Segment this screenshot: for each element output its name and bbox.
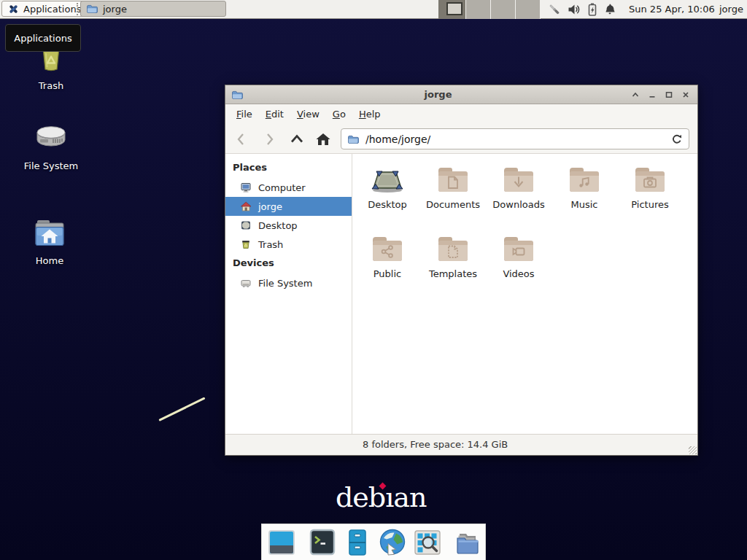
file-cabinet-icon[interactable] (343, 528, 372, 557)
debian-wordmark: debıan (336, 481, 426, 513)
desktop-icon-label: Home (36, 255, 63, 266)
debian-text-pre: deb (336, 481, 385, 513)
file-item-pictures[interactable]: Pictures (617, 160, 683, 229)
sidebar-item-trash[interactable]: Trash (225, 235, 352, 254)
sidebar-item-label: Trash (258, 239, 283, 250)
desktop-icon-file-system[interactable]: File System (16, 121, 86, 171)
sidebar-item-file-system[interactable]: File System (225, 273, 352, 292)
path-folder-icon (347, 133, 359, 145)
up-button[interactable] (288, 131, 306, 148)
close-button[interactable] (681, 90, 691, 100)
menu-file[interactable]: File (230, 109, 259, 120)
terminal-icon[interactable] (308, 528, 337, 557)
sidebar-header-devices: Devices (225, 254, 352, 273)
file-label: Desktop (368, 199, 407, 210)
bottom-dock (261, 524, 486, 560)
statusbar: 8 folders, Free space: 14.4 GiB (225, 434, 697, 455)
workspace-3[interactable] (491, 0, 516, 19)
menu-help[interactable]: Help (352, 109, 387, 120)
sidebar-item-label: jorge (258, 201, 282, 212)
file-item-templates[interactable]: Templates (420, 229, 486, 298)
file-item-videos[interactable]: Videos (486, 229, 551, 298)
web-browser-icon[interactable] (378, 528, 407, 557)
file-manager-window: jorge File Edit View Go Help (225, 85, 698, 456)
public-folder-icon (370, 229, 405, 265)
reload-button[interactable] (671, 133, 683, 145)
debian-text-i: ı (385, 481, 393, 513)
xfce-logo-icon (8, 4, 19, 15)
file-label: Pictures (631, 199, 668, 210)
panel-user-menu[interactable]: jorge (719, 0, 743, 19)
drive-icon (34, 121, 69, 156)
sidebar-item-computer[interactable]: Computer (225, 178, 352, 197)
volume-icon[interactable] (567, 2, 581, 17)
app-finder-icon[interactable] (413, 528, 442, 557)
trash-mini-icon (240, 238, 252, 250)
back-button[interactable] (233, 131, 250, 148)
mouse-cursor (158, 397, 205, 421)
shade-button[interactable] (630, 90, 640, 100)
templates-folder-icon (436, 229, 471, 265)
battery-icon[interactable] (587, 2, 598, 17)
file-label: Public (374, 268, 401, 279)
home-icon (240, 201, 252, 212)
desk-icon (370, 160, 405, 195)
menu-view[interactable]: View (290, 109, 326, 120)
folder-launcher-icon[interactable] (454, 528, 483, 557)
file-item-downloads[interactable]: Downloads (486, 160, 551, 229)
menubar: File Edit View Go Help (225, 104, 697, 124)
forward-button[interactable] (260, 131, 278, 148)
drive-mini-icon (240, 277, 252, 289)
menu-go[interactable]: Go (326, 109, 352, 120)
sidebar-item-jorge[interactable]: jorge (225, 197, 352, 216)
notifications-bell-icon[interactable] (603, 2, 616, 17)
workspace-4[interactable] (516, 0, 541, 19)
file-label: Music (571, 199, 598, 210)
downloads-folder-icon (501, 160, 536, 195)
music-folder-icon (567, 160, 602, 195)
sidebar-header-places: Places (225, 158, 352, 178)
resize-grip[interactable] (689, 446, 697, 454)
top-panel: Applications jorge (0, 0, 747, 19)
window-content: Places Computer (225, 154, 697, 434)
sidebar-item-label: Desktop (258, 220, 298, 231)
file-label: Documents (426, 199, 480, 210)
desktop-mini-icon (240, 219, 252, 231)
window-controls (630, 90, 697, 100)
file-item-public[interactable]: Public (355, 229, 420, 298)
sidebar-item-label: Computer (258, 182, 306, 193)
applications-tooltip: Applications (5, 24, 81, 52)
taskbar-window-button[interactable]: jorge (80, 1, 226, 17)
path-input[interactable] (364, 133, 666, 146)
workspace-2[interactable] (466, 0, 491, 19)
titlebar[interactable]: jorge (225, 85, 697, 104)
taskbar-window-label: jorge (103, 4, 127, 15)
path-field[interactable] (341, 128, 689, 149)
applications-menu-button[interactable]: Applications (1, 1, 88, 17)
pictures-folder-icon (632, 160, 667, 195)
pager-window-thumb (446, 2, 462, 15)
taskbar-handle (77, 3, 78, 15)
panel-clock[interactable]: Sun 25 Apr, 10:06 (629, 0, 715, 19)
file-label: Downloads (492, 199, 544, 210)
home-button[interactable] (314, 131, 332, 148)
home-folder-icon (32, 216, 67, 251)
toolbar (225, 124, 697, 154)
side-pane: Places Computer (225, 154, 352, 434)
window-title: jorge (225, 89, 651, 100)
workspace-pager[interactable] (438, 0, 541, 19)
maximize-button[interactable] (664, 90, 674, 100)
tool-icon[interactable] (547, 2, 562, 17)
minimize-button[interactable] (647, 90, 657, 100)
desktop-icon-home[interactable]: Home (15, 216, 85, 266)
sidebar-item-desktop[interactable]: Desktop (225, 216, 352, 235)
file-item-documents[interactable]: Documents (420, 160, 486, 229)
workspace-1[interactable] (438, 0, 466, 19)
menu-edit[interactable]: Edit (259, 109, 290, 120)
file-item-music[interactable]: Music (551, 160, 617, 229)
folder-icon (86, 3, 98, 15)
file-item-desktop[interactable]: Desktop (355, 160, 420, 229)
desktop: Applications jorge (0, 0, 747, 560)
show-desktop-icon[interactable] (267, 528, 296, 557)
icon-view[interactable]: Desktop Documents (352, 154, 697, 434)
